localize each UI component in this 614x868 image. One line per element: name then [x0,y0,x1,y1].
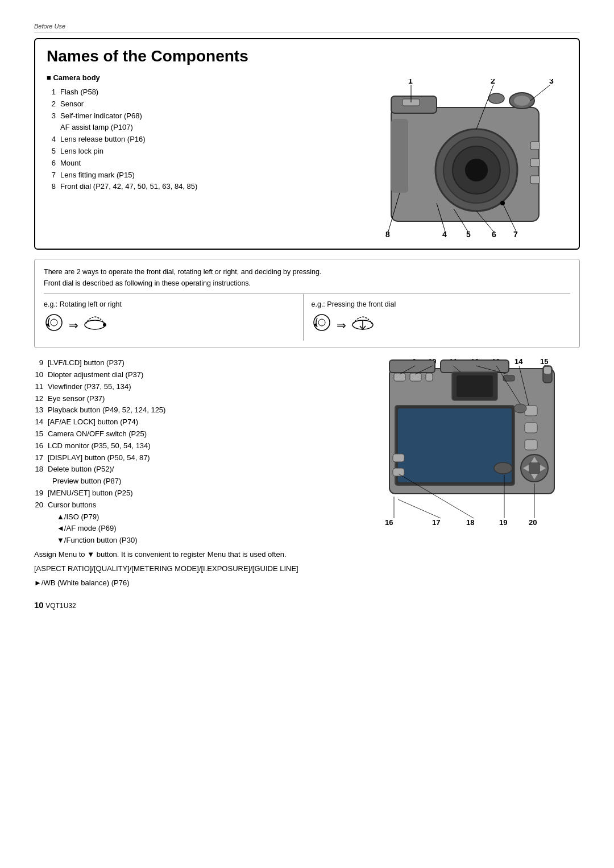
list-item: 15Camera ON/OFF switch (P25) [34,428,352,440]
svg-text:8: 8 [385,230,390,238]
dial-icon [44,312,64,338]
svg-rect-69 [393,468,404,476]
camera-body-heading: Camera body [47,73,340,82]
svg-rect-55 [544,367,551,374]
info-line2: Front dial is described as following in … [44,278,570,289]
svg-text:4: 4 [442,230,447,238]
camera-front-image: 1 2 3 8 7 6 5 [351,73,567,238]
svg-rect-29 [530,159,540,167]
svg-text:20: 20 [529,518,537,527]
example-press-label: e.g.: Pressing the front dial [312,299,565,310]
arrow-icon2: ⇒ [337,316,346,334]
example-rotate-label: e.g.: Rotating left or right [44,299,297,310]
list-item: 3Self-timer indicator (P68) [47,110,340,122]
svg-rect-46 [389,360,435,373]
svg-point-32 [51,319,57,326]
front-components: 1Flash (P58) 2Sensor 3Self-timer indicat… [47,86,340,193]
svg-text:18: 18 [466,518,474,527]
svg-rect-49 [457,375,493,397]
list-item: 20Cursor buttons [34,499,352,511]
info-line1: There are 2 ways to operate the front di… [44,266,570,278]
svg-text:5: 5 [466,230,471,238]
list-item: 17[DISPLAY] button (P50, 54, 87) [34,452,352,464]
list-item: 8Front dial (P27, 42, 47, 50, 51, 63, 84… [47,181,340,193]
top-divider [34,32,580,32]
list-item: 19[MENU/SET] button (P25) [34,487,352,499]
camera-front-svg: 1 2 3 8 7 6 5 [357,79,562,238]
svg-text:19: 19 [499,518,507,527]
list-item-indent: ◄/AF mode (P69) [34,523,352,535]
list-item: Preview button (P87) [34,476,352,487]
svg-point-9 [465,159,488,181]
svg-rect-53 [426,373,433,381]
list-item: 2Sensor [47,98,340,110]
svg-point-62 [528,461,541,475]
list-item-indent: ▲/ISO (P79) [34,511,352,523]
aspect-note: [ASPECT RATIO]/[QUALITY]/[METERING MODE]… [34,563,352,575]
page-number: 10 VQT1U32 [34,600,580,610]
camera-back-image: 9 10 11 12 13 14 15 [364,357,580,589]
svg-rect-58 [525,406,537,416]
list-item: 10Diopter adjustment dial (P37) [34,369,352,381]
wb-note: ►/WB (White balance) (P76) [34,577,352,589]
back-component-list: 9[LVF/LCD] button (P37) 10Diopter adjust… [34,357,352,589]
dial-press-icon [312,312,332,338]
svg-text:1: 1 [408,79,413,85]
info-box: There are 2 ways to operate the front di… [34,259,580,348]
svg-rect-51 [394,373,405,381]
list-item: 12Eye sensor (P37) [34,393,352,405]
svg-point-33 [85,320,105,329]
svg-text:6: 6 [492,230,496,238]
list-item: 1Flash (P58) [47,86,340,98]
front-component-list: Camera body 1Flash (P58) 2Sensor 3Self-t… [47,73,340,238]
svg-rect-30 [530,176,540,184]
svg-text:14: 14 [515,357,523,366]
list-item: 4Lens release button (P16) [47,134,340,146]
list-item: 13Playback button (P49, 52, 124, 125) [34,404,352,416]
press-result-icon [351,315,375,336]
svg-point-68 [514,404,526,413]
title-box: Names of the Components Camera body 1Fla… [34,38,580,250]
list-item: 14[AF/AE LOCK] button (P74) [34,416,352,428]
list-item: AF assist lamp (P107) [47,122,340,134]
list-item: 7Lens fitting mark (P15) [47,170,340,181]
rotation-result-icon [83,315,107,336]
svg-point-34 [103,323,106,326]
svg-rect-59 [525,423,537,433]
press-icons: ⇒ [312,312,565,338]
list-item: 11Viewfinder (P37, 55, 134) [34,381,352,393]
svg-text:17: 17 [432,518,440,527]
svg-text:3: 3 [549,79,554,85]
before-use-label: Before Use [34,23,580,30]
back-components: 9[LVF/LCD] button (P37) 10Diopter adjust… [34,357,352,547]
svg-text:7: 7 [513,230,518,238]
svg-rect-57 [398,408,512,482]
list-item: 9[LVF/LCD] button (P37) [34,357,352,369]
arrow-icon: ⇒ [69,316,78,334]
svg-text:2: 2 [491,79,495,85]
svg-rect-28 [530,142,540,150]
list-item: 16LCD monitor (P35, 50, 54, 134) [34,440,352,452]
assign-note: Assign Menu to ▼ button. It is convenien… [34,549,352,561]
svg-point-36 [318,319,325,326]
list-item: 18Delete button (P52)/ [34,464,352,476]
list-item: 6Mount [47,158,340,170]
list-item-indent: ▼/Function button (P30) [34,535,352,547]
svg-line-15 [530,85,550,101]
examples-row: e.g.: Rotating left or right ⇒ e.g.: Pre… [44,294,570,341]
rotate-icons: ⇒ [44,312,297,338]
svg-point-67 [494,462,512,474]
svg-rect-52 [410,373,421,381]
back-section: 9[LVF/LCD] button (P37) 10Diopter adjust… [34,357,580,589]
svg-point-5 [488,93,504,104]
camera-body-section: Camera body 1Flash (P58) 2Sensor 3Self-t… [47,73,567,238]
svg-rect-47 [441,360,509,373]
page-title: Names of the Components [47,47,567,65]
example-rotate: e.g.: Rotating left or right ⇒ [44,294,304,341]
svg-rect-50 [503,375,515,381]
svg-rect-10 [391,119,408,193]
camera-back-svg: 9 10 11 12 13 14 15 [367,357,577,534]
svg-line-77 [398,499,441,518]
list-item: 5Lens lock pin [47,146,340,158]
svg-text:15: 15 [540,357,548,366]
